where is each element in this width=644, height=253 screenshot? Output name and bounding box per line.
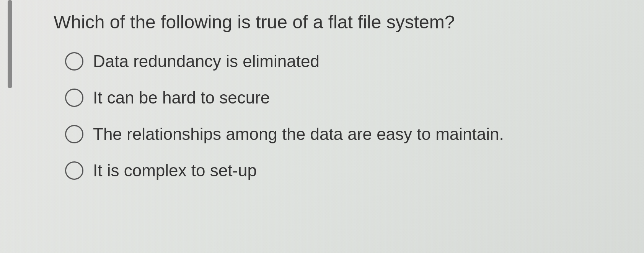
option-label: The relationships among the data are eas… bbox=[93, 125, 504, 144]
option-label: It can be hard to secure bbox=[93, 88, 270, 107]
radio-icon[interactable] bbox=[65, 125, 83, 143]
question-container: Which of the following is true of a flat… bbox=[46, 12, 613, 180]
sidebar-marker bbox=[8, 0, 12, 88]
option-1[interactable]: Data redundancy is eliminated bbox=[65, 52, 613, 71]
radio-icon[interactable] bbox=[65, 52, 83, 71]
option-3[interactable]: The relationships among the data are eas… bbox=[65, 125, 613, 144]
options-group: Data redundancy is eliminated It can be … bbox=[65, 52, 613, 180]
radio-icon[interactable] bbox=[65, 89, 83, 107]
question-text: Which of the following is true of a flat… bbox=[54, 12, 613, 33]
option-2[interactable]: It can be hard to secure bbox=[65, 88, 613, 107]
option-label: Data redundancy is eliminated bbox=[93, 52, 320, 71]
radio-icon[interactable] bbox=[65, 161, 83, 180]
option-label: It is complex to set-up bbox=[93, 161, 257, 180]
option-4[interactable]: It is complex to set-up bbox=[65, 161, 613, 180]
